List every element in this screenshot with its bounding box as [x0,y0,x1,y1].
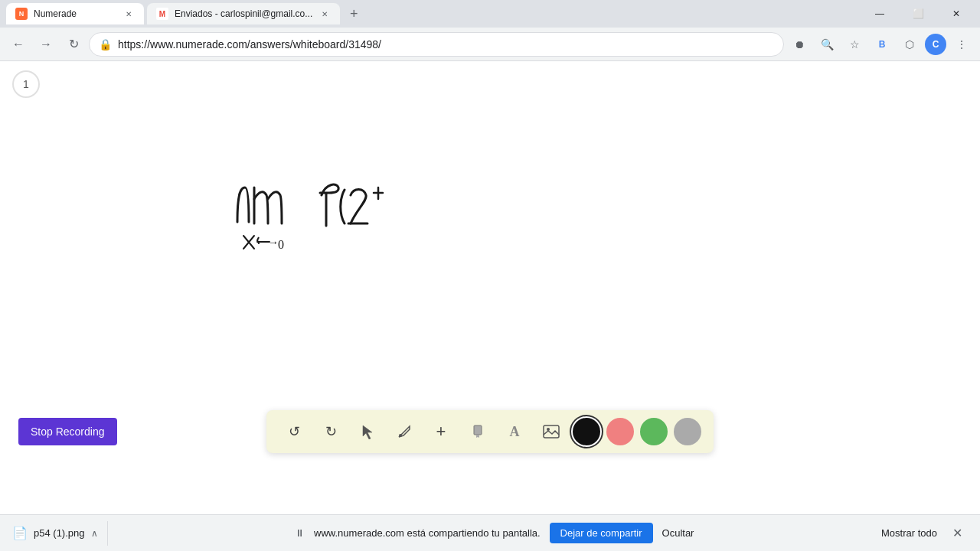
pen-tool-button[interactable] [389,416,420,447]
highlighter-button[interactable] [462,416,493,447]
color-black[interactable] [573,418,600,445]
download-item: 📄 p54 (1).png ∧ [12,526,98,540]
extensions-button[interactable]: ⬡ [897,32,922,57]
minimize-button[interactable]: — [862,0,897,28]
math-expression: → 0 [230,176,459,268]
tab-gmail-close[interactable]: ✕ [318,8,331,20]
tab-numerade-close[interactable]: ✕ [122,8,135,20]
download-filename: p54 (1).png [34,527,85,539]
sharing-message: www.numerade.com está compartiendo tu pa… [314,527,541,539]
color-pink[interactable] [606,418,634,445]
extension-b-button[interactable]: B [870,32,894,57]
color-green[interactable] [640,418,668,445]
close-sharing-bar-button[interactable]: ✕ [946,523,968,544]
sharing-url: www.numerade.com está compartiendo tu pa… [314,527,541,539]
color-gray[interactable] [674,418,701,445]
url-text: https://www.numerade.com/answers/whitebo… [118,38,774,51]
divider [107,521,108,546]
title-bar: N Numerade ✕ M Enviados - carlospinil@gm… [0,0,980,28]
profile-avatar[interactable]: C [925,34,946,55]
tab-gmail-label: Enviados - carlospinil@gmail.co... [175,8,312,19]
hide-sharing-button[interactable]: Ocultar [662,527,694,539]
whiteboard[interactable]: 1 → 0 [0,61,980,514]
tab-gmail[interactable]: M Enviados - carlospinil@gmail.co... ✕ [147,3,340,24]
svg-text:0: 0 [278,238,284,251]
stop-recording-button[interactable]: Stop Recording [18,418,117,445]
add-button[interactable]: + [426,416,456,447]
lock-icon: 🔒 [99,38,112,51]
forward-button[interactable]: → [34,32,58,57]
toolbar: ↺ ↻ + A [266,410,714,453]
new-tab-button[interactable]: + [343,3,364,24]
file-icon: 📄 [12,526,28,540]
close-button[interactable]: ✕ [939,0,974,28]
tab-numerade[interactable]: N Numerade ✕ [6,3,144,24]
redo-button[interactable]: ↻ [315,416,346,447]
numerade-favicon: N [15,8,28,20]
gmail-favicon: M [156,8,168,20]
tab-numerade-label: Numerade [34,8,116,19]
refresh-button[interactable]: ↻ [61,32,86,57]
download-chevron-icon[interactable]: ∧ [91,528,98,539]
maximize-button[interactable]: ⬜ [900,0,936,28]
screen-record-button[interactable]: ⏺ [787,32,812,57]
sharing-pause-icon: ⏸ [295,527,305,539]
nav-extras: ⏺ 🔍 ☆ B ⬡ C ⋮ [787,32,974,57]
address-bar[interactable]: 🔒 https://www.numerade.com/answers/white… [89,32,784,57]
sharing-bar: ⏸ www.numerade.com está compartiendo tu … [117,523,873,543]
main-content: 1 → 0 [0,61,980,514]
bookmark-button[interactable]: ☆ [842,32,867,57]
search-button[interactable]: 🔍 [815,32,839,57]
svg-rect-3 [474,425,482,435]
undo-button[interactable]: ↺ [279,416,309,447]
page-indicator: 1 [12,70,40,98]
image-button[interactable] [536,416,567,447]
back-button[interactable]: ← [6,32,31,57]
nav-bar: ← → ↻ 🔒 https://www.numerade.com/answers… [0,28,980,61]
status-bar: 📄 p54 (1).png ∧ ⏸ www.numerade.com está … [0,514,980,551]
stop-sharing-button[interactable]: Dejar de compartir [550,523,653,543]
window-controls: — ⬜ ✕ [862,0,974,28]
select-tool-button[interactable] [352,416,383,447]
menu-button[interactable]: ⋮ [949,32,974,57]
svg-point-2 [399,434,402,437]
page-number: 1 [23,78,29,90]
show-all-button[interactable]: Mostrar todo [881,527,937,539]
text-tool-button[interactable]: A [499,416,530,447]
svg-text:→: → [268,236,279,248]
